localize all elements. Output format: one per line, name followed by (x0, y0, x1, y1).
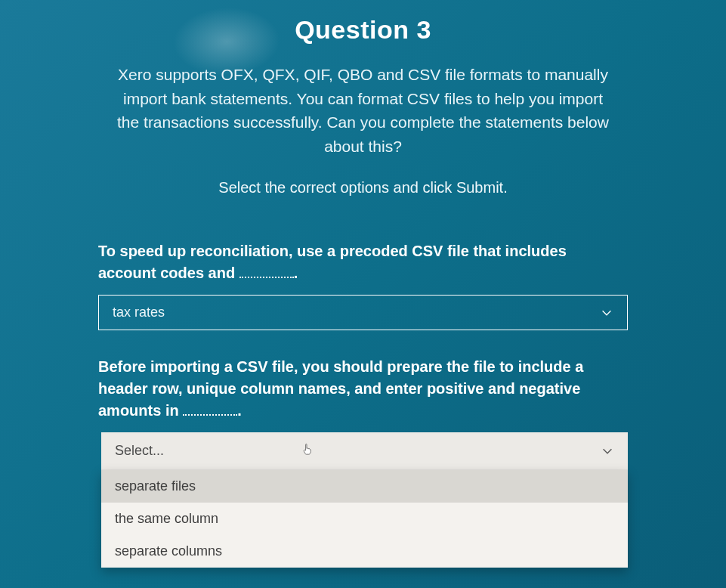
statement-2-text-a: Before importing a CSV file, you should … (98, 358, 583, 419)
question-description: Xero supports OFX, QFX, QIF, QBO and CSV… (114, 63, 613, 158)
select-2-option-separate-files[interactable]: separate files (101, 470, 628, 503)
select-1-value: tax rates (113, 305, 165, 320)
question-title: Question 3 (98, 15, 628, 45)
chevron-down-icon (601, 444, 614, 458)
statement-2-text-b: . (237, 402, 242, 419)
select-2-options-panel: separate files the same column separate … (101, 470, 628, 568)
select-2-placeholder: Select... (115, 443, 164, 459)
statement-1-text-a: To speed up reconciliation, use a precod… (98, 243, 567, 281)
statement-1-prompt: To speed up reconciliation, use a precod… (98, 240, 628, 284)
select-2-dropdown[interactable]: Select... (101, 432, 628, 470)
question-instruction: Select the correct options and click Sub… (98, 179, 628, 197)
statement-2-prompt: Before importing a CSV file, you should … (98, 356, 628, 422)
blank-placeholder (183, 401, 237, 416)
question-container: Question 3 Xero supports OFX, QFX, QIF, … (0, 0, 726, 588)
blank-placeholder (239, 263, 294, 278)
chevron-down-icon (600, 306, 613, 320)
select-2-option-separate-columns[interactable]: separate columns (101, 535, 628, 568)
statement-1-text-b: . (294, 265, 298, 281)
select-2-option-same-column[interactable]: the same column (101, 503, 628, 535)
select-1-dropdown[interactable]: tax rates (98, 295, 628, 330)
